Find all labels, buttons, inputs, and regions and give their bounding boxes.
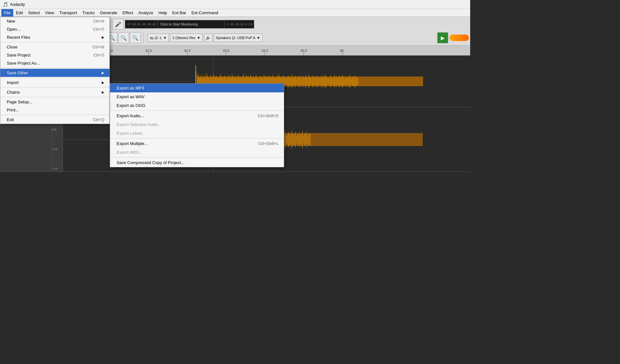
svg-rect-267 — [286, 134, 286, 145]
submenu-save-compressed[interactable]: Save Compressed Copy of Project... — [110, 158, 284, 167]
menu-effect[interactable]: Effect — [120, 9, 136, 16]
svg-rect-131 — [320, 76, 320, 87]
svg-rect-106 — [296, 77, 296, 86]
fit-project-button[interactable]: 🔍 — [118, 32, 129, 43]
svg-rect-289 — [307, 132, 307, 147]
svg-rect-116 — [305, 75, 306, 88]
output-device-selector[interactable]: Speakers (2- USB PnP A ▼ — [214, 34, 263, 42]
menu-ext-command[interactable]: Ext-Command — [189, 9, 221, 16]
svg-rect-142 — [331, 76, 331, 87]
svg-rect-166 — [354, 76, 354, 87]
file-menu-open[interactable]: Open... Ctrl+O — [0, 25, 109, 33]
svg-rect-103 — [293, 77, 293, 86]
file-menu-print[interactable]: Print... — [0, 106, 109, 114]
svg-rect-157 — [345, 76, 346, 87]
volume-slider[interactable] — [450, 35, 469, 41]
svg-rect-268 — [287, 136, 287, 143]
file-sep-4 — [0, 87, 109, 88]
svg-rect-271 — [290, 134, 290, 145]
svg-rect-124 — [313, 77, 314, 86]
file-menu-new[interactable]: New Ctrl+N — [0, 17, 109, 25]
svg-rect-144 — [333, 78, 333, 84]
fit-selection-button[interactable]: 🔍 — [130, 32, 141, 43]
svg-rect-137 — [326, 76, 326, 87]
meter-scale-right: -1 -18 -15 -12 -6 -3 0 — [226, 23, 253, 26]
svg-rect-159 — [347, 78, 347, 85]
svg-rect-101 — [291, 78, 291, 85]
scale2-neg1-0: -1.0 — [52, 167, 62, 170]
svg-rect-117 — [306, 77, 307, 86]
submenu-export-wav[interactable]: Export as WAV — [110, 92, 284, 101]
audio-settings-button[interactable]: 🔊 — [204, 34, 212, 42]
file-menu-save-other[interactable]: Save Other ▶ — [0, 69, 109, 77]
svg-rect-278 — [296, 136, 297, 143]
file-menu-save-project[interactable]: Save Project Ctrl+S — [0, 51, 109, 59]
file-save-as-label: Save Project As... — [7, 61, 40, 66]
ruler-mark-41: 41.0 — [129, 49, 168, 55]
svg-rect-285 — [303, 135, 304, 144]
svg-rect-135 — [324, 77, 324, 86]
menu-generate[interactable]: Generate — [97, 9, 120, 16]
monitor-button[interactable]: Click to Start Monitoring — [157, 20, 224, 28]
menu-analyze[interactable]: Analyze — [136, 9, 156, 16]
playback-device-selector[interactable]: ay (2- L ▼ — [148, 34, 169, 42]
svg-rect-273 — [292, 131, 292, 148]
menu-select[interactable]: Select — [26, 9, 42, 16]
submenu-export-ogg[interactable]: Export as OGG — [110, 101, 284, 110]
recording-device-selector[interactable]: 2 (Stereo) Rec ▼ — [170, 34, 202, 42]
submenu-export-audio[interactable]: Export Audio... Ctrl+Shift+E — [110, 111, 284, 120]
export-ogg-label: Export as OGG — [117, 103, 145, 108]
file-menu-save-project-as[interactable]: Save Project As... — [0, 59, 109, 67]
chains-arrow: ▶ — [102, 90, 104, 94]
menu-help[interactable]: Help — [156, 9, 170, 16]
playback-device-arrow: ▼ — [163, 36, 167, 40]
svg-rect-128 — [317, 75, 317, 88]
svg-rect-138 — [327, 78, 327, 85]
svg-rect-161 — [349, 77, 349, 86]
svg-rect-129 — [318, 77, 318, 86]
play-green-button[interactable]: ▶ — [437, 32, 448, 43]
svg-rect-119 — [308, 74, 309, 88]
svg-rect-141 — [330, 76, 330, 87]
svg-rect-127 — [316, 78, 316, 85]
svg-rect-164 — [352, 77, 352, 86]
file-menu-page-setup[interactable]: Page Setup... — [0, 98, 109, 106]
submenu-export-mp3[interactable]: Export as MP3 — [110, 84, 284, 92]
menu-edit[interactable]: Edit — [13, 9, 26, 16]
recording-device-arrow: ▼ — [197, 36, 201, 40]
svg-rect-292 — [310, 133, 310, 146]
mic-button[interactable]: 🎤 — [113, 19, 124, 30]
app-title: Audacity — [10, 2, 25, 7]
file-menu-chains[interactable]: Chains ▶ — [0, 88, 109, 96]
menu-tracks[interactable]: Tracks — [80, 9, 98, 16]
export-multiple-label: Export Multiple... — [117, 141, 148, 146]
svg-rect-109 — [299, 78, 299, 85]
svg-rect-153 — [341, 76, 342, 87]
svg-rect-111 — [301, 77, 301, 86]
menu-ext-bar[interactable]: Ext-Bar — [170, 9, 189, 16]
menu-view[interactable]: View — [43, 9, 57, 16]
export-labels-label: Export Labels... — [117, 131, 146, 136]
svg-rect-105 — [295, 76, 295, 87]
file-menu-close[interactable]: Close Ctrl+W — [0, 43, 109, 51]
file-menu-exit[interactable]: Exit Ctrl+Q — [0, 116, 109, 124]
file-close-shortcut: Ctrl+W — [92, 45, 104, 49]
svg-rect-165 — [353, 78, 353, 85]
ruler-mark-46: 46. — [323, 49, 362, 55]
file-sep-1 — [0, 42, 109, 42]
svg-rect-126 — [315, 76, 315, 87]
svg-rect-287 — [305, 133, 305, 146]
svg-rect-163 — [351, 79, 351, 84]
svg-rect-99 — [289, 77, 289, 86]
recent-files-arrow: ▶ — [102, 36, 104, 39]
file-save-shortcut: Ctrl+S — [93, 53, 104, 57]
svg-rect-134 — [323, 77, 323, 86]
file-page-setup-label: Page Setup... — [7, 99, 32, 104]
file-menu-recent-files[interactable]: Recent Files ▶ — [0, 33, 109, 41]
svg-rect-102 — [292, 74, 292, 88]
svg-rect-108 — [298, 76, 298, 87]
menu-transport[interactable]: Transport — [57, 9, 79, 16]
file-menu-import[interactable]: Import ▶ — [0, 78, 109, 87]
menu-file[interactable]: File — [1, 9, 13, 16]
submenu-export-multiple[interactable]: Export Multiple... Ctrl+Shift+L — [110, 139, 284, 148]
